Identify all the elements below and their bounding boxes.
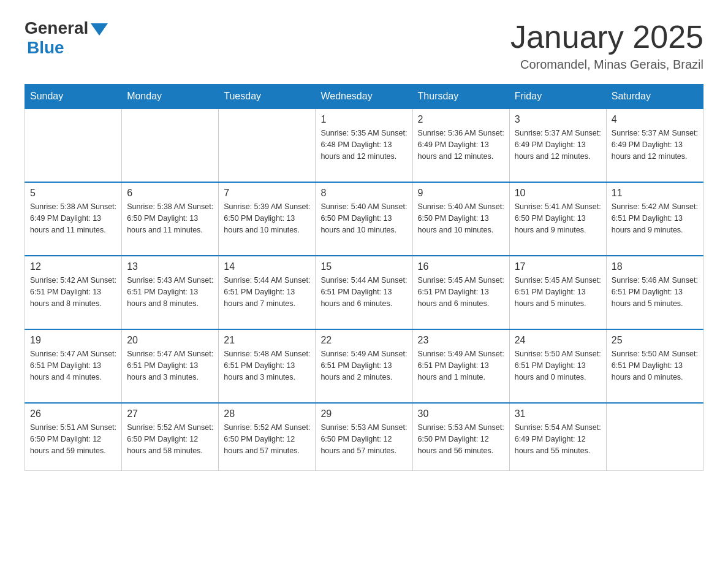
calendar-cell [606, 403, 703, 470]
day-info: Sunrise: 5:51 AM Sunset: 6:50 PM Dayligh… [30, 422, 116, 456]
day-number: 25 [612, 335, 698, 346]
calendar-cell: 29Sunrise: 5:53 AM Sunset: 6:50 PM Dayli… [316, 403, 412, 470]
calendar-cell: 26Sunrise: 5:51 AM Sunset: 6:50 PM Dayli… [25, 403, 122, 470]
day-number: 14 [224, 261, 310, 272]
calendar-cell: 10Sunrise: 5:41 AM Sunset: 6:50 PM Dayli… [509, 182, 606, 256]
day-info: Sunrise: 5:44 AM Sunset: 6:51 PM Dayligh… [320, 275, 407, 309]
calendar-cell: 30Sunrise: 5:53 AM Sunset: 6:50 PM Dayli… [412, 403, 509, 470]
header-day-wednesday: Wednesday [316, 85, 412, 109]
day-number: 4 [612, 114, 698, 125]
day-number: 17 [515, 261, 601, 272]
day-number: 19 [30, 335, 116, 346]
calendar-cell: 12Sunrise: 5:42 AM Sunset: 6:51 PM Dayli… [25, 256, 122, 329]
day-number: 18 [612, 261, 698, 272]
day-info: Sunrise: 5:40 AM Sunset: 6:50 PM Dayligh… [418, 201, 504, 236]
calendar-cell [122, 109, 219, 182]
day-info: Sunrise: 5:38 AM Sunset: 6:50 PM Dayligh… [127, 201, 213, 236]
day-info: Sunrise: 5:52 AM Sunset: 6:50 PM Dayligh… [224, 422, 310, 456]
day-number: 11 [612, 188, 698, 199]
day-number: 24 [515, 335, 601, 346]
day-info: Sunrise: 5:49 AM Sunset: 6:51 PM Dayligh… [320, 348, 407, 383]
title-section: January 2025 Coromandel, Minas Gerais, B… [510, 18, 703, 72]
day-number: 21 [224, 335, 310, 346]
day-info: Sunrise: 5:47 AM Sunset: 6:51 PM Dayligh… [127, 348, 213, 383]
day-info: Sunrise: 5:38 AM Sunset: 6:49 PM Dayligh… [30, 201, 116, 236]
calendar-cell: 4Sunrise: 5:37 AM Sunset: 6:49 PM Daylig… [606, 109, 703, 182]
calendar-cell: 18Sunrise: 5:46 AM Sunset: 6:51 PM Dayli… [606, 256, 703, 329]
day-info: Sunrise: 5:53 AM Sunset: 6:50 PM Dayligh… [320, 422, 407, 456]
calendar-cell: 7Sunrise: 5:39 AM Sunset: 6:50 PM Daylig… [219, 182, 316, 256]
day-number: 22 [320, 335, 407, 346]
day-number: 9 [418, 188, 504, 199]
calendar-cell: 1Sunrise: 5:35 AM Sunset: 6:48 PM Daylig… [316, 109, 412, 182]
header-row: SundayMondayTuesdayWednesdayThursdayFrid… [25, 85, 703, 109]
calendar-cell: 25Sunrise: 5:50 AM Sunset: 6:51 PM Dayli… [606, 329, 703, 403]
day-number: 1 [320, 114, 407, 125]
day-number: 5 [30, 188, 116, 199]
calendar-cell: 13Sunrise: 5:43 AM Sunset: 6:51 PM Dayli… [122, 256, 219, 329]
day-number: 27 [127, 408, 213, 419]
month-title: January 2025 [510, 18, 703, 55]
calendar-cell: 27Sunrise: 5:52 AM Sunset: 6:50 PM Dayli… [122, 403, 219, 470]
day-number: 3 [515, 114, 601, 125]
header-day-friday: Friday [509, 85, 606, 109]
calendar-cell: 17Sunrise: 5:45 AM Sunset: 6:51 PM Dayli… [509, 256, 606, 329]
day-info: Sunrise: 5:40 AM Sunset: 6:50 PM Dayligh… [320, 201, 407, 236]
day-info: Sunrise: 5:47 AM Sunset: 6:51 PM Dayligh… [30, 348, 116, 383]
header-day-sunday: Sunday [25, 85, 122, 109]
day-number: 2 [418, 114, 504, 125]
day-info: Sunrise: 5:42 AM Sunset: 6:51 PM Dayligh… [30, 275, 116, 309]
calendar-cell: 11Sunrise: 5:42 AM Sunset: 6:51 PM Dayli… [606, 182, 703, 256]
calendar-cell [25, 109, 122, 182]
calendar-cell [219, 109, 316, 182]
day-info: Sunrise: 5:42 AM Sunset: 6:51 PM Dayligh… [612, 201, 698, 236]
calendar-cell: 5Sunrise: 5:38 AM Sunset: 6:49 PM Daylig… [25, 182, 122, 256]
day-number: 20 [127, 335, 213, 346]
day-number: 6 [127, 188, 213, 199]
day-number: 13 [127, 261, 213, 272]
day-info: Sunrise: 5:35 AM Sunset: 6:48 PM Dayligh… [320, 128, 407, 162]
location-text: Coromandel, Minas Gerais, Brazil [510, 58, 703, 72]
day-info: Sunrise: 5:50 AM Sunset: 6:51 PM Dayligh… [515, 348, 601, 383]
calendar-cell: 8Sunrise: 5:40 AM Sunset: 6:50 PM Daylig… [316, 182, 412, 256]
calendar-cell: 3Sunrise: 5:37 AM Sunset: 6:49 PM Daylig… [509, 109, 606, 182]
day-info: Sunrise: 5:53 AM Sunset: 6:50 PM Dayligh… [418, 422, 504, 456]
logo-general-text: General [25, 18, 88, 38]
header-day-tuesday: Tuesday [219, 85, 316, 109]
calendar-cell: 14Sunrise: 5:44 AM Sunset: 6:51 PM Dayli… [219, 256, 316, 329]
day-info: Sunrise: 5:52 AM Sunset: 6:50 PM Dayligh… [127, 422, 213, 456]
day-number: 31 [515, 408, 601, 419]
day-info: Sunrise: 5:43 AM Sunset: 6:51 PM Dayligh… [127, 275, 213, 309]
day-number: 10 [515, 188, 601, 199]
calendar-cell: 20Sunrise: 5:47 AM Sunset: 6:51 PM Dayli… [122, 329, 219, 403]
day-info: Sunrise: 5:37 AM Sunset: 6:49 PM Dayligh… [612, 128, 698, 162]
calendar-cell: 6Sunrise: 5:38 AM Sunset: 6:50 PM Daylig… [122, 182, 219, 256]
day-number: 8 [320, 188, 407, 199]
day-info: Sunrise: 5:49 AM Sunset: 6:51 PM Dayligh… [418, 348, 504, 383]
week-row-5: 26Sunrise: 5:51 AM Sunset: 6:50 PM Dayli… [25, 403, 703, 470]
day-info: Sunrise: 5:41 AM Sunset: 6:50 PM Dayligh… [515, 201, 601, 236]
day-number: 26 [30, 408, 116, 419]
calendar-table: SundayMondayTuesdayWednesdayThursdayFrid… [25, 84, 703, 471]
day-info: Sunrise: 5:54 AM Sunset: 6:49 PM Dayligh… [515, 422, 601, 456]
day-info: Sunrise: 5:37 AM Sunset: 6:49 PM Dayligh… [515, 128, 601, 162]
day-number: 15 [320, 261, 407, 272]
calendar-cell: 19Sunrise: 5:47 AM Sunset: 6:51 PM Dayli… [25, 329, 122, 403]
day-info: Sunrise: 5:45 AM Sunset: 6:51 PM Dayligh… [418, 275, 504, 309]
week-row-1: 1Sunrise: 5:35 AM Sunset: 6:48 PM Daylig… [25, 109, 703, 182]
calendar-cell: 2Sunrise: 5:36 AM Sunset: 6:49 PM Daylig… [412, 109, 509, 182]
day-info: Sunrise: 5:39 AM Sunset: 6:50 PM Dayligh… [224, 201, 310, 236]
calendar-cell: 22Sunrise: 5:49 AM Sunset: 6:51 PM Dayli… [316, 329, 412, 403]
calendar-cell: 16Sunrise: 5:45 AM Sunset: 6:51 PM Dayli… [412, 256, 509, 329]
day-info: Sunrise: 5:44 AM Sunset: 6:51 PM Dayligh… [224, 275, 310, 309]
calendar-cell: 31Sunrise: 5:54 AM Sunset: 6:49 PM Dayli… [509, 403, 606, 470]
week-row-2: 5Sunrise: 5:38 AM Sunset: 6:49 PM Daylig… [25, 182, 703, 256]
logo-triangle-icon [91, 23, 108, 36]
week-row-4: 19Sunrise: 5:47 AM Sunset: 6:51 PM Dayli… [25, 329, 703, 403]
calendar-cell: 21Sunrise: 5:48 AM Sunset: 6:51 PM Dayli… [219, 329, 316, 403]
day-number: 7 [224, 188, 310, 199]
page-header: General Blue January 2025 Coromandel, Mi… [25, 18, 703, 72]
day-info: Sunrise: 5:50 AM Sunset: 6:51 PM Dayligh… [612, 348, 698, 383]
day-info: Sunrise: 5:45 AM Sunset: 6:51 PM Dayligh… [515, 275, 601, 309]
day-info: Sunrise: 5:36 AM Sunset: 6:49 PM Dayligh… [418, 128, 504, 162]
